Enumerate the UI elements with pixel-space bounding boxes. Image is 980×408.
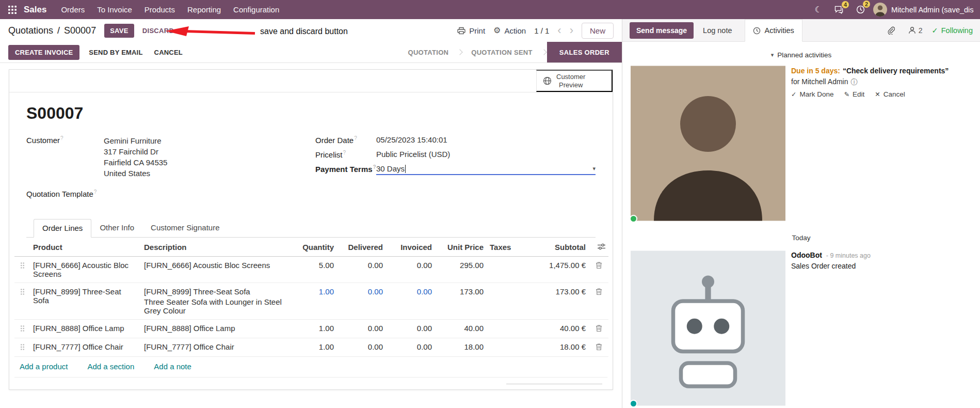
message-author: OdooBot [791,251,822,259]
cell-description[interactable]: [FURN_8999] Three-Seat Sofa Three Seater… [141,283,288,320]
cell-taxes[interactable] [487,338,523,357]
optional-columns-icon[interactable] [589,238,608,257]
state-quotation-sent[interactable]: QUOTATION SENT [463,42,541,62]
cell-description[interactable]: [FURN_8888] Office Lamp [141,320,288,338]
cell-invoiced[interactable]: 0.00 [386,257,435,283]
chatter-toolbar: Send message Log note Activities 2 ✓ Fol… [622,19,980,42]
menu-to-invoice[interactable]: To Invoice [91,1,138,18]
cell-product[interactable]: [FURN_8999] Three-Seat Sofa [30,283,141,320]
delete-row-icon[interactable] [589,257,608,283]
breadcrumb-quotations[interactable]: Quotations [8,25,53,36]
pager-value[interactable]: 1 / 1 [534,26,549,35]
cell-quantity[interactable]: 1.00 [288,320,337,338]
drag-handle-icon[interactable] [14,320,30,338]
customer-link[interactable]: Gemini Furniture [104,135,167,146]
cell-taxes[interactable] [487,320,523,338]
date-separator: Today [622,234,980,242]
save-button[interactable]: SAVE [104,24,134,38]
cancel-activity-button[interactable]: ✕ Cancel [875,90,905,98]
order-date-label: Order Date? [315,135,376,145]
pricelist-field[interactable]: Public Pricelist (USD) [376,150,450,159]
send-message-button[interactable]: Send message [630,22,694,39]
cell-quantity[interactable]: 5.00 [288,257,337,283]
cell-taxes[interactable] [487,257,523,283]
messages-button[interactable]: 4 [830,4,848,16]
tab-other-info[interactable]: Other Info [91,219,142,238]
user-menu[interactable]: Mitchell Admin (save_discar [891,6,974,14]
action-button[interactable]: ⚙ Action [493,26,526,35]
cancel-button[interactable]: CANCEL [152,45,185,60]
apps-menu-icon[interactable] [5,4,20,16]
annotation-text: save and discard button [260,27,348,36]
cell-taxes[interactable] [487,283,523,320]
cell-unit-price[interactable]: 18.00 [435,338,487,357]
tab-order-lines[interactable]: Order Lines [34,219,91,238]
following-button[interactable]: ✓ Following [932,26,973,35]
dropdown-caret-icon[interactable]: ▾ [592,165,596,172]
customer-street: 317 Fairchild Dr [104,146,167,157]
cell-delivered[interactable]: 0.00 [337,283,386,320]
cell-description[interactable]: [FURN_6666] Acoustic Bloc Screens [141,257,288,283]
messages-badge: 4 [842,1,849,8]
tab-activities[interactable]: Activities [745,19,802,42]
planned-activities-toggle[interactable]: ▾ Planned activities [622,46,980,64]
delete-row-icon[interactable] [589,283,608,320]
tab-customer-signature[interactable]: Customer Signature [142,219,228,238]
cell-product[interactable]: [FURN_6666] Acoustic Bloc Screens [30,257,141,283]
info-icon[interactable]: ⓘ [850,77,858,87]
pager-previous-icon[interactable]: ‹ [557,25,561,36]
cell-quantity[interactable]: 1.00 [288,338,337,357]
drag-handle-icon[interactable] [14,257,30,283]
attach-files-button[interactable] [883,24,899,37]
form-sheet: CustomerPreview S00007 Customer? Gemini … [9,69,613,390]
table-row: [FURN_7777] Office Chair [FURN_7777] Off… [14,338,608,357]
dark-mode-toggle[interactable]: ☾ [811,4,826,16]
main-content: Quotations / S00007 SAVE DISCARD save an… [0,19,622,408]
cell-unit-price[interactable]: 295.00 [435,257,487,283]
order-date-field[interactable]: 05/25/2023 15:40:01 [376,135,447,144]
new-button[interactable]: New [582,23,614,39]
menu-reporting[interactable]: Reporting [181,1,227,18]
add-section-link[interactable]: Add a section [87,362,134,371]
log-note-button[interactable]: Log note [698,22,737,39]
cell-invoiced[interactable]: 0.00 [386,283,435,320]
menu-orders[interactable]: Orders [55,1,91,18]
add-product-link[interactable]: Add a product [20,362,68,371]
pager-next-icon[interactable]: › [570,25,573,36]
delete-row-icon[interactable] [589,320,608,338]
state-sales-order[interactable]: SALES ORDER [547,42,622,62]
table-header-row: Product Description Quantity Delivered I… [14,238,608,257]
cell-unit-price[interactable]: 40.00 [435,320,487,338]
menu-configuration[interactable]: Configuration [227,1,285,18]
activities-button[interactable]: 2 [852,3,869,16]
cell-invoiced[interactable]: 0.00 [386,320,435,338]
payment-terms-field[interactable]: 30 Days ▾ [376,164,596,175]
cell-delivered[interactable]: 0.00 [337,320,386,338]
followers-button[interactable]: 2 [908,26,923,35]
drag-handle-icon[interactable] [14,283,30,320]
user-avatar[interactable] [873,3,887,17]
print-button[interactable]: Print [457,26,485,35]
cell-product[interactable]: [FURN_7777] Office Chair [30,338,141,357]
cell-invoiced[interactable]: 0.00 [386,338,435,357]
add-note-link[interactable]: Add a note [154,362,191,371]
app-name[interactable]: Sales [24,5,46,15]
customer-preview-button[interactable]: CustomerPreview [536,70,613,92]
cell-unit-price[interactable]: 173.00 [435,283,487,320]
menu-products[interactable]: Products [138,1,181,18]
drag-handle-icon[interactable] [14,338,30,357]
cell-delivered[interactable]: 0.00 [337,338,386,357]
mark-done-button[interactable]: ✓ Mark Done [791,90,834,98]
cell-product[interactable]: [FURN_8888] Office Lamp [30,320,141,338]
cell-quantity[interactable]: 1.00 [288,283,337,320]
pricelist-label: Pricelist? [315,150,376,159]
send-by-email-button[interactable]: SEND BY EMAIL [87,45,144,60]
cell-description[interactable]: [FURN_7777] Office Chair [141,338,288,357]
edit-activity-button[interactable]: ✎ Edit [844,90,865,98]
state-quotation[interactable]: QUOTATION [399,42,457,62]
odoobot-avatar [631,399,785,408]
cell-delivered[interactable]: 0.00 [337,257,386,283]
delete-row-icon[interactable] [589,338,608,357]
create-invoice-button[interactable]: CREATE INVOICE [8,45,79,60]
terms-and-conditions-field[interactable]: Terms and conditions... [20,389,99,390]
